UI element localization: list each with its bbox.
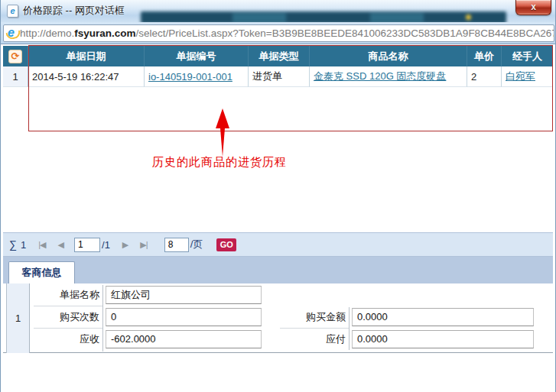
cell-doc-no: io-140519-001-001 bbox=[145, 66, 249, 87]
background-blur-segment bbox=[232, 13, 286, 22]
per-page-input[interactable] bbox=[164, 238, 189, 252]
form-divider bbox=[280, 328, 349, 329]
cell-doc-type: 进货单 bbox=[249, 66, 310, 87]
payable-label: 应付 bbox=[280, 331, 346, 348]
tab-customer-info[interactable]: 客商信息 bbox=[8, 261, 75, 283]
tab-band: 客商信息 bbox=[3, 257, 553, 283]
total-count: 1 bbox=[21, 239, 26, 251]
header-label: 单据编号 bbox=[177, 50, 216, 63]
header-label: 单价 bbox=[474, 50, 494, 63]
product-link[interactable]: 金泰克 SSD 120G 固态度硬盘 bbox=[314, 70, 446, 83]
per-page-label: /页 bbox=[190, 238, 203, 251]
header-label: 单据类型 bbox=[259, 50, 299, 63]
window-title: 价格跟踪 -- 网页对话框 bbox=[23, 4, 125, 18]
table-header-doc-type: 单据类型 bbox=[249, 46, 310, 66]
close-button[interactable]: x bbox=[515, 0, 551, 15]
doc-name-label: 单据名称 bbox=[34, 287, 99, 303]
table-header-refresh-cell: ⟳ bbox=[3, 46, 28, 66]
table-header-date: 单据日期 bbox=[28, 46, 145, 66]
next-page-button[interactable]: ▶ bbox=[122, 240, 128, 250]
url-path: /select/PriceList.aspx?Token=B3B9BE8BEED… bbox=[135, 28, 554, 39]
refresh-icon[interactable]: ⟳ bbox=[8, 50, 22, 63]
header-label: 单据日期 bbox=[67, 50, 106, 63]
ie-page-icon: e bbox=[7, 5, 18, 18]
customer-info-form: 1 单据名称 红旗公司 购买次数 0 购买金额 0.0000 应收 -602.0… bbox=[3, 283, 553, 353]
page-number-input[interactable] bbox=[74, 238, 100, 252]
first-page-button[interactable]: |◀ bbox=[38, 240, 45, 250]
buy-count-value: 0 bbox=[106, 308, 262, 326]
dialog-window: e 价格跟踪 -- 网页对话框 x e http://demo.fsyuran.… bbox=[0, 0, 556, 392]
address-bar: e http://demo.fsyuran.com/select/PriceLi… bbox=[1, 22, 556, 44]
cell-handler: 白宛军 bbox=[502, 66, 553, 87]
purchase-history-table: ⟳ 单据日期 单据编号 单据类型 商品名称 单价 经手人 1 2014-5-19… bbox=[3, 46, 553, 87]
pagination-bar: ∑ 1 |◀ ◀ /1 ▶ ▶| /页 GO bbox=[3, 232, 553, 257]
annotation-arrow-icon bbox=[216, 109, 229, 157]
last-page-button[interactable]: ▶| bbox=[140, 240, 147, 250]
handler-link[interactable]: 白宛军 bbox=[506, 70, 535, 83]
payable-value: 0.0000 bbox=[352, 330, 534, 348]
cell-date: 2014-5-19 16:22:47 bbox=[28, 66, 145, 87]
form-divider bbox=[34, 306, 102, 306]
ie-icon: e bbox=[8, 27, 15, 39]
form-row-number: 1 bbox=[6, 283, 30, 353]
buy-amount-value: 0.0000 bbox=[352, 308, 534, 326]
table-header-product: 商品名称 bbox=[310, 46, 467, 66]
url-prefix: http://demo. bbox=[20, 28, 74, 39]
cell-price: 2 bbox=[467, 66, 502, 87]
doc-name-value: 红旗公司 bbox=[106, 286, 262, 304]
form-divider bbox=[102, 285, 103, 352]
form-divider bbox=[349, 307, 350, 350]
buy-count-label: 购买次数 bbox=[34, 309, 99, 326]
form-divider bbox=[34, 328, 102, 329]
row-number-cell: 1 bbox=[3, 66, 28, 87]
receivable-label: 应收 bbox=[34, 331, 99, 348]
annotation-text: 历史的此商品的进货历程 bbox=[152, 155, 287, 170]
background-blur-dot bbox=[466, 15, 471, 20]
table-header-doc-no: 单据编号 bbox=[145, 46, 249, 66]
table-row: 1 2014-5-19 16:22:47 io-140519-001-001 进… bbox=[3, 66, 553, 87]
doc-no-link[interactable]: io-140519-001-001 bbox=[148, 71, 232, 83]
go-button[interactable]: GO bbox=[216, 238, 236, 251]
header-label: 商品名称 bbox=[369, 50, 408, 63]
buy-amount-label: 购买金额 bbox=[280, 309, 346, 326]
title-bar: e 价格跟踪 -- 网页对话框 x bbox=[1, 0, 556, 22]
sum-icon: ∑ bbox=[9, 238, 17, 251]
header-label: 经手人 bbox=[512, 50, 542, 63]
cell-product: 金泰克 SSD 120G 固态度硬盘 bbox=[310, 66, 467, 87]
page-total-label: /1 bbox=[102, 239, 110, 251]
receivable-value: -602.0000 bbox=[106, 330, 262, 348]
table-header-handler: 经手人 bbox=[502, 46, 553, 66]
url-domain: fsyuran.com bbox=[74, 28, 135, 39]
prev-page-button[interactable]: ◀ bbox=[58, 240, 63, 250]
url-input[interactable]: e http://demo.fsyuran.com/select/PriceLi… bbox=[3, 24, 554, 42]
url-text: http://demo.fsyuran.com/select/PriceList… bbox=[20, 28, 554, 39]
table-header-row: ⟳ 单据日期 单据编号 单据类型 商品名称 单价 经手人 bbox=[3, 46, 553, 66]
background-blur-segment bbox=[370, 13, 424, 22]
table-header-price: 单价 bbox=[467, 46, 502, 66]
